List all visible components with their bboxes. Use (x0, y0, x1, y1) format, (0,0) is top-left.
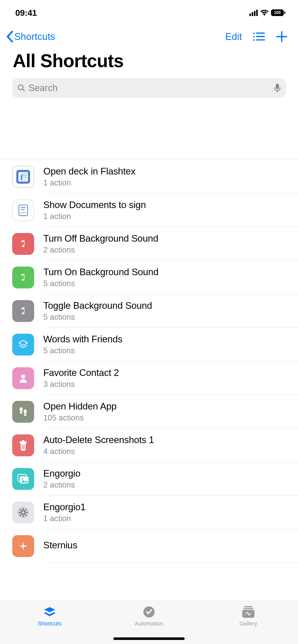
shortcut-subtitle: 4 actions (43, 447, 288, 456)
shortcut-title: Sternius (43, 540, 288, 551)
trash-icon (12, 434, 34, 456)
shortcut-row-body: Toggle Background Sound 5 actions (43, 294, 298, 328)
search-input[interactable] (29, 83, 271, 93)
svg-rect-15 (23, 177, 27, 178)
music-note-icon (12, 300, 34, 322)
footsteps-icon (12, 401, 34, 423)
shortcut-row-body: Open Hidden App 105 actions (43, 395, 298, 429)
svg-point-20 (20, 407, 23, 412)
view-toggle-button[interactable] (253, 31, 265, 43)
list-icon (253, 32, 265, 42)
svg-point-19 (21, 374, 25, 378)
shortcut-row[interactable]: Sternius (0, 529, 298, 563)
tab-shortcuts-label: Shortcuts (38, 620, 62, 627)
shortcut-row[interactable]: Turn Off Background Sound 2 actions (0, 227, 298, 261)
shortcut-subtitle: 2 actions (43, 245, 288, 255)
back-button[interactable]: Shortcuts (5, 31, 55, 42)
battery-level: 100 (271, 9, 284, 16)
shortcut-row-body: Engorgio 2 actions (43, 462, 298, 496)
status-bar: 09:41 100 (0, 0, 298, 25)
svg-rect-11 (18, 172, 28, 182)
shortcut-row[interactable]: Show Documents to sign 1 action (0, 194, 298, 227)
wifi-icon (260, 10, 268, 16)
svg-rect-14 (23, 175, 27, 176)
svg-point-21 (20, 412, 22, 414)
svg-point-4 (253, 39, 255, 41)
svg-rect-3 (256, 36, 265, 37)
shortcut-row[interactable]: Favorite Contact 2 3 actions (0, 361, 298, 395)
shortcuts-tab-icon (42, 606, 57, 618)
chevron-back-icon (5, 31, 14, 42)
shortcut-title: Toggle Background Sound (43, 300, 288, 311)
shortcut-row[interactable]: Words with Friends 5 actions (0, 328, 298, 361)
gallery-tab-icon (241, 606, 256, 618)
shortcut-title: Favorite Contact 2 (43, 368, 288, 378)
shortcut-list: f Open deck in Flashtex 1 action Show Do… (0, 160, 298, 563)
svg-point-0 (253, 33, 255, 34)
shortcut-row[interactable]: Engorgio1 1 action (0, 496, 298, 529)
tab-gallery-label: Gallery (239, 620, 257, 627)
svg-rect-24 (22, 440, 25, 442)
shortcut-row[interactable]: Auto-Delete Screenshots 1 4 actions (0, 429, 298, 462)
microphone-icon[interactable] (274, 83, 281, 93)
document-sign-icon (12, 199, 34, 221)
svg-line-41 (25, 509, 26, 510)
shortcut-subtitle: 5 actions (43, 279, 288, 288)
tab-shortcuts[interactable]: Shortcuts (1, 606, 99, 644)
shortcut-row-body: Open deck in Flashtex 1 action (43, 160, 298, 194)
sparkle-icon (12, 535, 34, 557)
shortcut-row-body: Turn On Background Sound 5 actions (43, 261, 298, 294)
shortcut-subtitle: 5 actions (43, 313, 288, 322)
shortcut-subtitle: 1 action (43, 514, 288, 523)
shortcut-title: Turn On Background Sound (43, 267, 288, 277)
svg-line-7 (22, 89, 24, 91)
shortcut-title: Auto-Delete Screenshots 1 (43, 435, 288, 445)
nav-bar: Shortcuts Edit (0, 25, 298, 50)
home-indicator[interactable] (113, 637, 185, 640)
tab-automation-label: Automation (135, 620, 163, 627)
svg-rect-25 (19, 442, 27, 443)
shortcut-subtitle: 105 actions (43, 413, 288, 422)
shortcut-row-body: Engorgio1 1 action (43, 496, 298, 529)
svg-line-26 (22, 444, 22, 449)
shortcut-title: Show Documents to sign (43, 200, 288, 210)
shortcut-row-body: Auto-Delete Screenshots 1 4 actions (43, 429, 298, 462)
shortcut-title: Open deck in Flashtex (43, 166, 288, 177)
svg-point-2 (253, 36, 255, 37)
svg-rect-44 (243, 608, 253, 609)
shortcut-row-body: Turn Off Background Sound 2 actions (43, 227, 298, 261)
page-title: All Shortcuts (0, 50, 298, 78)
music-note-icon (12, 267, 34, 288)
plus-icon (276, 31, 288, 42)
svg-line-38 (20, 509, 21, 510)
add-button[interactable] (276, 31, 288, 43)
tab-gallery[interactable]: Gallery (199, 606, 297, 644)
shortcut-row-body: Words with Friends 5 actions (43, 328, 298, 361)
shortcut-row[interactable]: Toggle Background Sound 5 actions (0, 294, 298, 328)
automation-tab-icon (141, 606, 157, 618)
images-icon (12, 468, 34, 490)
shortcut-subtitle: 3 actions (43, 380, 288, 389)
svg-rect-8 (276, 84, 279, 89)
shortcut-row[interactable]: f Open deck in Flashtex 1 action (0, 160, 298, 194)
search-bar[interactable] (12, 78, 286, 98)
svg-line-39 (25, 515, 26, 516)
svg-point-22 (24, 409, 27, 414)
shortcut-row[interactable]: Engorgio 2 actions (0, 462, 298, 496)
shortcut-subtitle: 1 action (43, 212, 288, 221)
shortcut-row[interactable]: Turn On Background Sound 5 actions (0, 261, 298, 294)
shortcut-row[interactable]: Open Hidden App 105 actions (0, 395, 298, 429)
svg-rect-16 (19, 205, 28, 216)
edit-button[interactable]: Edit (225, 31, 242, 42)
svg-rect-13 (23, 173, 27, 174)
battery-icon: 100 (271, 9, 285, 16)
shortcut-row-body: Sternius (43, 529, 298, 563)
svg-rect-43 (244, 606, 252, 607)
flashtex-icon: f (12, 166, 34, 188)
shortcut-subtitle: 1 action (43, 178, 288, 187)
cellular-signal-icon (249, 10, 258, 16)
layers-icon (12, 334, 34, 356)
person-icon (12, 367, 34, 389)
svg-rect-5 (256, 39, 265, 41)
svg-point-31 (22, 478, 23, 480)
